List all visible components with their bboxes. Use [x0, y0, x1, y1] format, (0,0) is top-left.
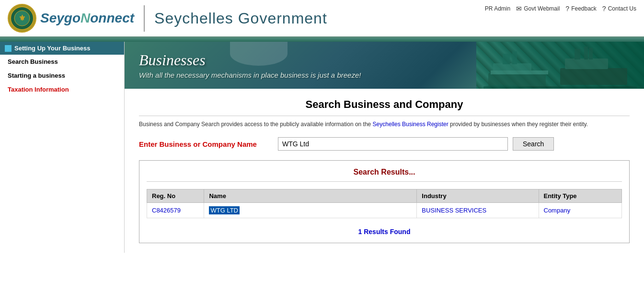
feedback-label: Feedback: [571, 5, 597, 12]
svg-text:⚜: ⚜: [19, 14, 25, 22]
search-button[interactable]: Search: [513, 137, 554, 151]
industry-link[interactable]: BUSINESS SERVICES: [422, 207, 486, 214]
feedback-link[interactable]: ? Feedback: [565, 5, 597, 12]
site-logo-text: SeygoNonnect: [40, 11, 134, 26]
svg-rect-6: [512, 51, 517, 64]
results-box: Search Results... Reg. No Name Industry …: [139, 160, 630, 243]
results-table: Reg. No Name Industry Entity Type C84265…: [147, 189, 622, 218]
sidebar-item-search-business[interactable]: Search Business: [0, 55, 124, 69]
banner-subtitle: With all the necessary mechanisms in pla…: [139, 71, 361, 79]
govt-webmail-link[interactable]: ✉ Govt Webmail: [516, 5, 560, 12]
sidebar-item-taxation[interactable]: Taxation Information: [0, 83, 124, 96]
table-cell-entity-type: Company: [539, 203, 622, 218]
teal-divider-bar: [0, 38, 644, 42]
right-panel: Businesses With all the necessary mechan…: [125, 42, 644, 253]
header-nav: PR Admin ✉ Govt Webmail ? Feedback ? Con…: [485, 5, 636, 12]
logo-area: ⚜ SeygoNonnect: [8, 4, 134, 33]
results-title: Search Results...: [147, 168, 622, 182]
main-layout: Setting Up Your Business Search Business…: [0, 42, 644, 253]
description-text: Business and Company Search provides acc…: [139, 121, 630, 128]
sidebar-search-business-label: Search Business: [8, 58, 58, 65]
svg-rect-7: [491, 71, 548, 74]
header-divider: [144, 5, 145, 32]
table-header-regno: Reg. No: [147, 189, 204, 203]
pr-admin-link[interactable]: PR Admin: [485, 5, 510, 12]
content-area: Search Business and Company Business and…: [125, 89, 644, 253]
govt-webmail-label: Govt Webmail: [524, 5, 560, 12]
table-row: C8426579 WTG LTD BUSINESS SERVICES Compa…: [147, 203, 622, 218]
search-form: Enter Business or Company Name Search: [139, 137, 630, 151]
banner-ships-image: [476, 42, 644, 89]
table-header-industry: Industry: [417, 189, 539, 203]
banner-title: Businesses: [139, 51, 361, 69]
regno-link[interactable]: C8426579: [152, 207, 181, 214]
sidebar-header-label: Setting Up Your Business: [14, 45, 90, 52]
svg-rect-5: [503, 54, 510, 64]
description-link[interactable]: Seychelles Business Register: [373, 121, 448, 128]
sidebar-starting-business-label: Starting a business: [8, 72, 65, 79]
sidebar-header: Setting Up Your Business: [0, 42, 124, 55]
sidebar-header-icon: [5, 45, 12, 52]
table-cell-name: WTG LTD: [204, 203, 417, 218]
company-name[interactable]: WTG LTD: [209, 206, 240, 214]
pr-admin-label: PR Admin: [485, 5, 510, 12]
page-header: ⚜ SeygoNonnect Seychelles Government PR …: [0, 0, 644, 38]
banner-text-area: Businesses With all the necessary mechan…: [125, 42, 375, 89]
mail-icon: ✉: [516, 5, 522, 12]
site-title: Seychelles Government: [154, 10, 327, 27]
banner: Businesses With all the necessary mechan…: [125, 42, 644, 89]
svg-rect-11: [584, 47, 588, 59]
search-form-label: Enter Business or Company Name: [139, 140, 273, 148]
results-count: 1 Results Found: [147, 228, 622, 236]
page-title: Search Business and Company: [139, 98, 630, 116]
sidebar: Setting Up Your Business Search Business…: [0, 42, 125, 253]
svg-rect-12: [589, 48, 593, 59]
government-emblem: ⚜: [8, 4, 36, 33]
table-cell-industry: BUSINESS SERVICES: [417, 203, 539, 218]
contact-us-link[interactable]: ? Contact Us: [602, 5, 636, 12]
search-input[interactable]: [278, 137, 508, 151]
svg-rect-9: [565, 59, 608, 69]
svg-rect-8: [560, 68, 627, 85]
contact-icon: ?: [602, 5, 606, 12]
sidebar-taxation-label: Taxation Information: [8, 86, 69, 93]
sidebar-item-starting-business[interactable]: Starting a business: [0, 69, 124, 83]
contact-us-label: Contact Us: [608, 5, 636, 12]
entity-type-link[interactable]: Company: [544, 207, 571, 214]
table-cell-regno: C8426579: [147, 203, 204, 218]
svg-rect-10: [575, 49, 580, 59]
feedback-icon: ?: [565, 5, 569, 12]
table-header-entity-type: Entity Type: [539, 189, 622, 203]
table-header-name: Name: [204, 189, 417, 203]
